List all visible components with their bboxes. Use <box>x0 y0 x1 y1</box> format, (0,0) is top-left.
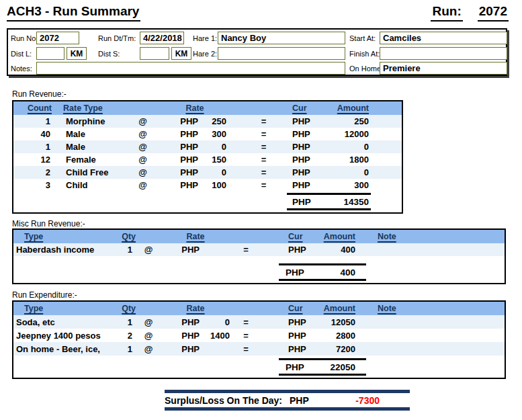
rate-cell: 150 <box>198 155 235 165</box>
total-currency: PHP <box>286 267 304 278</box>
expenditure-total-row: PHP 22050 <box>13 358 505 376</box>
at-symbol: @ <box>136 245 161 255</box>
cur-cell: PHP <box>262 331 322 341</box>
dist-l-label: Dist L: <box>11 50 32 58</box>
misc-total-row: PHP 400 <box>13 263 505 281</box>
table-row: 1 Morphine @ PHP 250 = PHP 250 <box>13 115 402 128</box>
rate-currency: PHP <box>155 180 198 190</box>
at-symbol: @ <box>131 129 155 139</box>
cur-header: Cur <box>262 304 322 313</box>
hare2-field[interactable] <box>218 47 345 60</box>
qty-header: Qty <box>113 232 136 241</box>
rate-currency: PHP <box>155 142 198 152</box>
at-symbol: @ <box>131 167 155 177</box>
cur-header: Cur <box>292 103 329 113</box>
count-cell: 2 <box>13 167 54 177</box>
rate-currency: PHP <box>155 116 198 126</box>
surplus-label: Surplus/Loss On The Day: <box>165 395 290 406</box>
rate-type-cell: Child Free <box>54 167 131 177</box>
qty-header: Qty <box>113 304 136 313</box>
type-cell: Haberdash income <box>13 245 113 255</box>
type-cell: Soda, etc <box>13 317 113 327</box>
start-at-field[interactable]: Camciles <box>380 32 507 44</box>
cur-cell: PHP <box>292 129 329 139</box>
hare1-label: Hare 1: <box>193 34 217 42</box>
table-row: 40 Male @ PHP 300 = PHP 12000 <box>13 128 402 140</box>
rate-currency: PHP <box>161 245 200 255</box>
type-cell: On home - Beer, ice, <box>13 344 113 354</box>
cur-cell: PHP <box>262 344 322 354</box>
equals-symbol: = <box>230 317 262 327</box>
misc-revenue-section-label: Misc Run Revenue:- <box>12 219 85 228</box>
total-amount: 22050 <box>330 362 355 372</box>
cur-cell: PHP <box>292 180 329 190</box>
table-row: Haberdash income 1 @ PHP = PHP 400 <box>13 243 505 256</box>
at-symbol: @ <box>136 344 161 354</box>
equals-symbol: = <box>230 331 262 341</box>
count-cell: 12 <box>13 155 54 165</box>
note-header: Note <box>357 232 505 241</box>
start-at-label: Start At: <box>349 34 376 42</box>
amount-cell: 2800 <box>322 331 357 341</box>
rate-type-cell: Female <box>54 155 131 165</box>
equals-symbol: = <box>235 142 292 152</box>
rate-type-cell: Morphine <box>54 116 131 126</box>
amount-header: Amount <box>329 103 373 113</box>
rate-cell: 0 <box>198 167 235 177</box>
on-home-label: On Home: <box>349 65 383 73</box>
amount-cell: 300 <box>329 180 373 190</box>
amount-cell: 250 <box>329 116 373 126</box>
dist-s-field[interactable] <box>140 47 169 60</box>
on-home-field[interactable]: Premiere <box>380 62 507 75</box>
qty-cell: 1 <box>113 245 136 255</box>
type-cell: Jeepney 1400 pesos <box>13 331 113 341</box>
count-cell: 3 <box>13 180 54 190</box>
amount-cell: 12000 <box>329 129 373 139</box>
amount-header: Amount <box>322 232 357 241</box>
at-symbol: @ <box>131 180 155 190</box>
finish-at-field[interactable] <box>380 47 507 60</box>
run-date-field[interactable]: 4/22/2018 <box>140 32 184 44</box>
rate-cell: 300 <box>198 129 235 139</box>
amount-cell: 7200 <box>322 344 357 354</box>
misc-header-row: Type Qty Rate Cur Amount Note <box>13 230 505 243</box>
table-row: Jeepney 1400 pesos 2 @ PHP 1400 = PHP 28… <box>13 329 505 342</box>
rate-currency: PHP <box>155 129 198 139</box>
surplus-bottom-bar <box>165 407 410 411</box>
table-row: 3 Child @ PHP 100 = PHP 300 <box>13 179 402 192</box>
rate-type-cell: Male <box>54 142 131 152</box>
amount-cell: 400 <box>322 245 357 255</box>
total-amount: 400 <box>340 267 355 278</box>
table-row: On home - Beer, ice, 1 @ PHP = PHP 7200 <box>13 342 505 355</box>
run-no-label: Run No: <box>11 34 38 42</box>
rate-cell: 0 <box>200 317 230 327</box>
at-symbol: @ <box>131 116 155 126</box>
amount-cell: 12050 <box>322 317 357 327</box>
table-row: 2 Child Free @ PHP 0 = PHP 0 <box>13 166 402 179</box>
rate-currency: PHP <box>161 317 200 327</box>
surplus-loss-box: Surplus/Loss On The Day: PHP -7300 <box>165 390 410 411</box>
qty-cell: 2 <box>113 331 136 341</box>
table-row: 12 Female @ PHP 150 = PHP 1800 <box>13 153 402 166</box>
note-header: Note <box>357 304 505 313</box>
table-row: Soda, etc 1 @ PHP 0 = PHP 12050 <box>13 315 505 329</box>
expenditure-header-row: Type Qty Rate Cur Amount Note <box>13 302 505 315</box>
count-header: Count <box>13 103 54 113</box>
equals-symbol: = <box>230 344 262 354</box>
surplus-amount: -7300 <box>337 395 410 406</box>
run-label: Run: <box>431 4 462 22</box>
at-symbol: @ <box>131 155 155 165</box>
cur-cell: PHP <box>292 116 329 126</box>
revenue-total-row: PHP 14350 <box>13 193 402 210</box>
notes-field[interactable] <box>36 62 345 75</box>
rate-currency: PHP <box>161 344 200 354</box>
cur-cell: PHP <box>292 155 329 165</box>
at-symbol: @ <box>136 317 161 327</box>
at-symbol: @ <box>136 331 161 341</box>
amount-cell: 1800 <box>329 155 373 165</box>
run-no-field[interactable]: 2072 <box>36 32 79 44</box>
cur-cell: PHP <box>262 317 322 327</box>
hare1-field[interactable]: Nancy Boy <box>218 32 345 44</box>
count-cell: 1 <box>13 116 54 126</box>
dist-l-field[interactable] <box>36 47 64 60</box>
